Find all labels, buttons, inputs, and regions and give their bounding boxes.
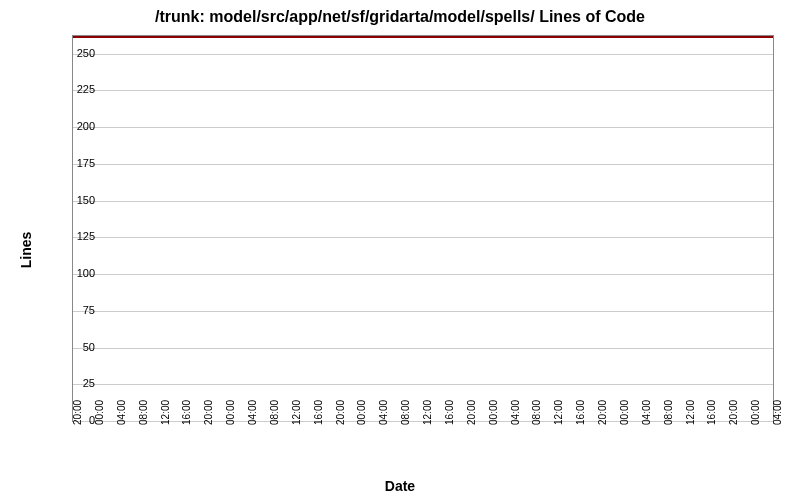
x-tick-label: 16:00 xyxy=(313,400,324,425)
gridline xyxy=(73,164,773,165)
y-tick-label: 50 xyxy=(65,341,95,353)
x-tick-label: 04:00 xyxy=(378,400,389,425)
gridline xyxy=(73,201,773,202)
gridline xyxy=(73,54,773,55)
y-tick-label: 25 xyxy=(65,377,95,389)
y-tick-label: 100 xyxy=(65,267,95,279)
x-tick-label: 08:00 xyxy=(138,400,149,425)
x-tick-label: 04:00 xyxy=(247,400,258,425)
x-tick-label: 00:00 xyxy=(225,400,236,425)
x-tick-label: 00:00 xyxy=(488,400,499,425)
x-tick-label: 00:00 xyxy=(619,400,630,425)
x-axis-label: Date xyxy=(0,478,800,494)
y-tick-label: 150 xyxy=(65,194,95,206)
data-series-line xyxy=(73,36,773,38)
gridline xyxy=(73,127,773,128)
x-tick-label: 08:00 xyxy=(400,400,411,425)
x-tick-label: 12:00 xyxy=(685,400,696,425)
y-tick-label: 225 xyxy=(65,83,95,95)
gridline xyxy=(73,274,773,275)
gridline xyxy=(73,348,773,349)
x-tick-label: 04:00 xyxy=(641,400,652,425)
x-tick-label: 08:00 xyxy=(531,400,542,425)
x-tick-label: 12:00 xyxy=(291,400,302,425)
chart-container: /trunk: model/src/app/net/sf/gridarta/mo… xyxy=(0,0,800,500)
x-tick-label: 04:00 xyxy=(510,400,521,425)
x-tick-label: 00:00 xyxy=(94,400,105,425)
x-tick-label: 12:00 xyxy=(160,400,171,425)
x-tick-label: 16:00 xyxy=(706,400,717,425)
x-tick-label: 08:00 xyxy=(269,400,280,425)
x-tick-label: 20:00 xyxy=(466,400,477,425)
gridline xyxy=(73,311,773,312)
x-tick-label: 12:00 xyxy=(422,400,433,425)
x-tick-label: 04:00 xyxy=(116,400,127,425)
x-tick-label: 12:00 xyxy=(553,400,564,425)
y-tick-label: 175 xyxy=(65,157,95,169)
y-tick-label: 125 xyxy=(65,230,95,242)
chart-title: /trunk: model/src/app/net/sf/gridarta/mo… xyxy=(0,8,800,26)
x-tick-label: 08:00 xyxy=(663,400,674,425)
gridline xyxy=(73,384,773,385)
y-tick-label: 200 xyxy=(65,120,95,132)
x-tick-label: 00:00 xyxy=(356,400,367,425)
gridline xyxy=(73,237,773,238)
plot-area xyxy=(72,35,774,422)
x-tick-label: 20:00 xyxy=(203,400,214,425)
y-axis-label: Lines xyxy=(18,232,34,269)
x-tick-label: 20:00 xyxy=(597,400,608,425)
x-tick-label: 00:00 xyxy=(750,400,761,425)
x-tick-label: 20:00 xyxy=(335,400,346,425)
x-tick-label: 16:00 xyxy=(444,400,455,425)
x-tick-label: 04:00 xyxy=(772,400,783,425)
x-tick-label: 16:00 xyxy=(181,400,192,425)
y-tick-label: 75 xyxy=(65,304,95,316)
x-tick-label: 20:00 xyxy=(728,400,739,425)
x-tick-label: 16:00 xyxy=(575,400,586,425)
x-tick-label: 20:00 xyxy=(72,400,83,425)
gridline xyxy=(73,90,773,91)
y-tick-label: 250 xyxy=(65,47,95,59)
